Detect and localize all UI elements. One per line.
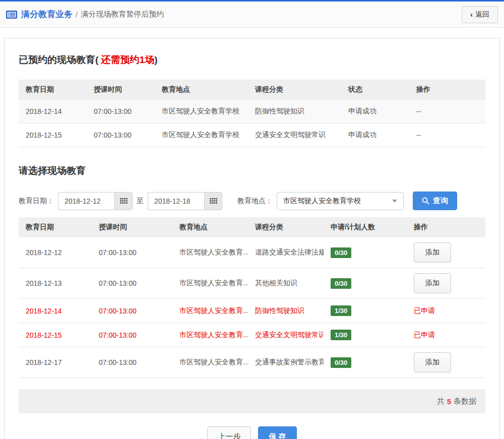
cell-date: 2018-12-14 [19,100,87,123]
column-header: 操作 [407,217,485,237]
cell-time: 07:00-13:00 [92,299,172,323]
cell-status: 申请成功 [341,100,409,123]
cell-action: 添加 [407,347,485,378]
filter-bar: 教育日期： 至 [19,192,485,210]
booked-title-prefix: 已预约的现场教育( [19,54,101,65]
cell-action: 添加 [407,268,485,299]
booked-title-suffix: ) [154,54,157,65]
place-filter-label: 教育地点： [237,197,273,206]
search-icon [422,197,429,205]
cell-course: 道路交通安全法律法规 [248,237,324,268]
column-header: 状态 [341,80,409,100]
table-row: 2018-12-1207:00-13:00市区驾驶人安全教育...道路交通安全法… [19,237,485,268]
table-footer: 共 5 条数据 [19,389,485,413]
cell-course: 防御性驾驶知识 [248,100,341,123]
chevron-down-icon [392,200,397,203]
cell-course: 交通安全文明驾驶常识 [248,123,341,147]
place-select-value: 市区驾驶人安全教育学校 [283,197,361,206]
cell-course: 其他相关知识 [248,268,324,299]
booked-table-header-row: 教育日期授课时间教育地点课程分类状态操作 [19,80,485,100]
column-header: 课程分类 [248,80,341,100]
column-header: 申请/计划人数 [324,217,407,237]
cell-action: 已申请 [407,299,485,323]
applied-status-text: 已申请 [414,331,435,339]
breadcrumb-current: 满分现场教育暂停后预约 [81,10,164,19]
booked-title-highlight: 还需预约1场 [101,54,155,65]
chevron-left-icon: ‹ [470,10,473,19]
count-badge: 1/30 [331,330,351,340]
calendar-icon[interactable] [114,192,133,210]
date-range-to-label: 至 [137,197,144,206]
cell-place: 市区驾驶人安全教育... [172,299,248,323]
cell-place: 市区驾驶人安全教育... [172,268,248,299]
page-header: 满分教育业务 / 满分现场教育暂停后预约 ‹ 返回 [0,2,504,28]
cell-date: 2018-12-12 [19,237,92,268]
date-to-group [148,192,222,210]
cell-count: 0/30 [324,268,407,299]
select-table-header-row: 教育日期授课时间教育地点课程分类申请/计划人数操作 [19,217,485,237]
date-from-input[interactable] [58,192,114,210]
total-count: 5 [447,397,451,406]
back-button-label: 返回 [475,10,489,19]
total-suffix: 条数据 [454,397,476,406]
add-button[interactable]: 添加 [414,273,451,293]
cell-date: 2018-12-15 [19,123,87,147]
table-row: 2018-12-1307:00-13:00市区驾驶人安全教育...其他相关知识0… [19,268,485,299]
cell-count: 0/30 [324,237,407,268]
query-button-label: 查询 [433,196,448,206]
cell-action: 添加 [407,237,485,268]
previous-step-button[interactable]: 上一步 [207,426,251,439]
cell-time: 07:00-13:00 [92,347,172,378]
date-to-input[interactable] [148,192,204,210]
cell-action: 已申请 [407,323,485,347]
breadcrumb-root[interactable]: 满分教育业务 [21,9,73,20]
cell-time: 07:00-13:00 [92,237,172,268]
column-header: 授课时间 [92,217,172,237]
main-panel: 已预约的现场教育( 还需预约1场) 教育日期授课时间教育地点课程分类状态操作 2… [4,38,500,439]
calendar-icon[interactable] [204,192,222,210]
booked-table: 教育日期授课时间教育地点课程分类状态操作 2018-12-1407:00-13:… [19,80,485,147]
booked-section-title: 已预约的现场教育( 还需预约1场) [19,53,485,67]
cell-time: 07:00-13:00 [92,268,172,299]
table-row: 2018-12-1707:00-13:00市区驾驶人安全教育...交通事故案例警… [19,347,485,378]
column-header: 课程分类 [248,217,324,237]
column-header: 教育日期 [19,217,92,237]
cell-place: 市区驾驶人安全教育... [172,237,248,268]
breadcrumb-separator: / [76,10,78,19]
column-header: 操作 [409,80,485,100]
cell-count: 1/30 [324,323,407,347]
table-row: 2018-12-1507:00-13:00市区驾驶人安全教育学校交通安全文明驾驶… [19,123,485,147]
total-prefix: 共 [437,397,445,406]
save-button[interactable]: 保 存 [258,426,296,439]
applied-status-text: 已申请 [414,306,435,315]
column-header: 教育地点 [172,217,248,237]
cell-status: 申请成功 [341,123,409,147]
column-header: 教育地点 [155,80,248,100]
cell-place: 市区驾驶人安全教育... [172,347,248,378]
cell-date: 2018-12-13 [19,268,92,299]
cell-place: 市区驾驶人安全教育学校 [155,100,248,123]
add-button[interactable]: 添加 [414,352,451,372]
count-badge: 0/30 [331,247,351,258]
back-button[interactable]: ‹ 返回 [462,6,498,23]
date-from-group [58,192,133,210]
cell-course: 防御性驾驶知识 [248,299,324,323]
cell-action: -- [409,123,485,147]
query-button[interactable]: 查询 [413,192,457,210]
count-badge: 0/30 [331,278,351,289]
cell-date: 2018-12-15 [19,323,92,347]
date-filter-label: 教育日期： [19,197,54,206]
cell-action: -- [409,100,485,123]
list-icon [6,10,17,19]
table-row: 2018-12-1407:00-13:00市区驾驶人安全教育...防御性驾驶知识… [19,299,485,323]
cell-place: 市区驾驶人安全教育学校 [155,123,248,147]
cell-time: 07:00-13:00 [87,123,155,147]
cell-course: 交通安全文明驾驶常识 [248,323,324,347]
cell-time: 07:00-13:00 [92,323,172,347]
cell-date: 2018-12-17 [19,347,92,378]
cell-course: 交通事故案例警示教育 [248,347,324,378]
place-select[interactable]: 市区驾驶人安全教育学校 [277,192,404,210]
table-row: 2018-12-1407:00-13:00市区驾驶人安全教育学校防御性驾驶知识申… [19,100,485,123]
count-badge: 1/30 [331,305,351,316]
add-button[interactable]: 添加 [414,242,451,263]
